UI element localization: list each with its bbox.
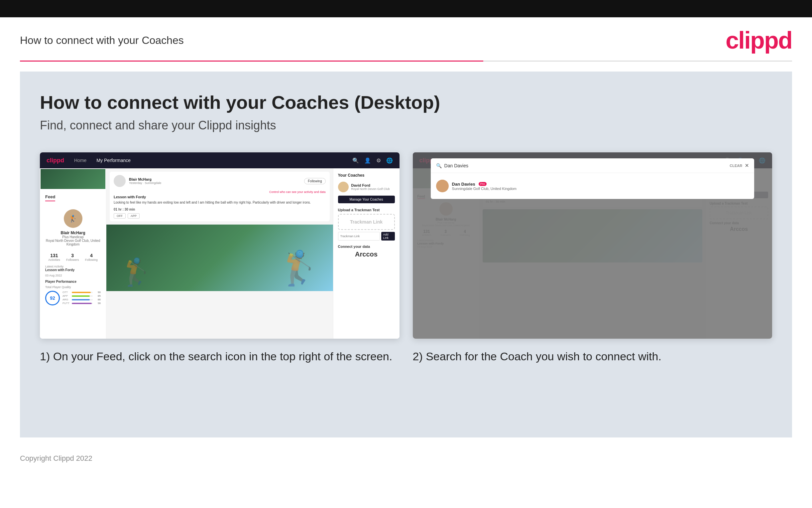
- profile-name-1: Blair McHarg: [45, 230, 101, 235]
- screenshot-col-2: clippd Home My Performance 🔍 👤 ⚙ 🌐 Feed: [413, 153, 772, 365]
- app-logo-1: clippd: [47, 157, 64, 164]
- stat-following: 4 Following: [85, 253, 98, 261]
- app-navbar-1: clippd Home My Performance 🔍 👤 ⚙ 🌐: [40, 153, 399, 168]
- post-title-1: Lesson with Fordy: [110, 195, 330, 200]
- feed-post-header-1: Blair McHarg Yesterday · Sunningdale Fol…: [110, 172, 330, 190]
- arccos-logo-1: Arccos: [338, 251, 395, 258]
- nav-home-1[interactable]: Home: [74, 158, 86, 163]
- latest-activity-name: Lesson with Fordy: [45, 268, 101, 272]
- section-title: How to connect with your Coaches (Deskto…: [40, 91, 772, 113]
- profile-location-1: Royal North Devon Golf Club, United King…: [45, 239, 101, 246]
- perf-bar-app: APP 85: [62, 294, 101, 297]
- coach-item-1: David Ford Royal North Devon Golf Club: [338, 182, 395, 192]
- perf-bar-arg-track: [72, 299, 93, 300]
- section-subtitle: Find, connect and share your Clippd insi…: [40, 119, 772, 132]
- post-actions-1: OFF APP: [110, 213, 330, 221]
- screenshot-mockup-1: clippd Home My Performance 🔍 👤 ⚙ 🌐 Feed: [40, 153, 399, 339]
- app-content-1: Feed 🏌️ Blair McHarg Plus Handicap Royal…: [40, 168, 399, 339]
- trackman-box-1: Trackman Link: [338, 214, 395, 230]
- trackman-text-1: Trackman Link: [343, 219, 389, 224]
- feed-tab[interactable]: Feed: [45, 194, 55, 201]
- search-results: Dan Davies Pro Sunningdale Golf Club, Un…: [431, 173, 754, 199]
- coach-club-1: Royal North Devon Golf Club: [351, 187, 390, 190]
- footer: Copyright Clippd 2022: [0, 448, 812, 469]
- stats-row-1: 131 Activities 3 Followers 4 Following: [45, 253, 101, 261]
- perf-bar-arg: ARG 86: [62, 298, 101, 301]
- result-name-1: Dan Davies: [452, 182, 475, 186]
- coaches-title-1: Your Coaches: [338, 173, 395, 178]
- perf-bar-app-label: APP: [62, 294, 70, 297]
- settings-icon[interactable]: ⚙: [376, 157, 381, 164]
- perf-bar-ott-track: [72, 292, 93, 293]
- main-feed-1: Blair McHarg Yesterday · Sunningdale Fol…: [106, 168, 333, 339]
- copyright: Copyright Clippd 2022: [20, 454, 92, 462]
- profile-area: 🏌️ Blair McHarg Plus Handicap Royal Nort…: [45, 206, 101, 250]
- header-divider: [20, 60, 792, 61]
- avatar-icon[interactable]: 🌐: [386, 157, 393, 164]
- perf-bar-ott-label: OTT: [62, 291, 70, 294]
- search-input-value[interactable]: Dan Davies: [444, 163, 727, 168]
- post-meta-1: Blair McHarg Yesterday · Sunningdale: [129, 177, 301, 185]
- stat-following-label: Following: [85, 258, 98, 261]
- post-action-off[interactable]: OFF: [114, 213, 126, 219]
- trackman-section-1: Upload a Trackman Test Trackman Link Add…: [338, 208, 395, 241]
- perf-bar-putt: PUTT 96: [62, 302, 101, 305]
- result-avatar-1: [436, 180, 449, 192]
- manage-coaches-btn-1[interactable]: Manage Your Coaches: [338, 196, 395, 203]
- golfer-silhouette-1: 🏌: [278, 249, 320, 288]
- perf-bars-1: OTT 90 APP 85: [62, 291, 101, 305]
- control-link-1[interactable]: Control who can see your activity and da…: [110, 190, 330, 195]
- perf-sub-1: Total Player Quality: [45, 286, 101, 289]
- perf-bar-arg-val: 86: [94, 298, 101, 301]
- avatar-1: 🏌️: [64, 209, 83, 228]
- result-club-1: Sunningdale Golf Club, United Kingdom: [452, 186, 517, 190]
- add-link-btn-1[interactable]: Add Link: [381, 232, 395, 241]
- trackman-input-1[interactable]: [338, 232, 380, 241]
- clear-button[interactable]: CLEAR: [729, 164, 742, 168]
- quality-score-1: 92: [45, 291, 60, 305]
- result-info-1: Dan Davies Pro Sunningdale Golf Club, Un…: [452, 182, 517, 190]
- perf-bar-ott: OTT 90: [62, 291, 101, 294]
- search-bar-icon: 🔍: [436, 163, 442, 168]
- search-icon[interactable]: 🔍: [352, 157, 359, 164]
- left-panel-1: Feed 🏌️ Blair McHarg Plus Handicap Royal…: [40, 168, 106, 339]
- stat-following-num: 4: [85, 253, 98, 258]
- following-btn-1[interactable]: Following: [304, 178, 325, 184]
- screenshot-mockup-2: clippd Home My Performance 🔍 👤 ⚙ 🌐 Feed: [413, 153, 772, 339]
- close-button[interactable]: ×: [745, 162, 749, 169]
- clippd-logo: clippd: [726, 27, 792, 54]
- right-panel-1: Your Coaches David Ford Royal North Devo…: [333, 168, 399, 339]
- screenshots-row: clippd Home My Performance 🔍 👤 ⚙ 🌐 Feed: [40, 153, 772, 365]
- post-image-1: 🏌 🏌️: [106, 224, 333, 291]
- nav-icons-1: 🔍 👤 ⚙ 🌐: [352, 157, 393, 164]
- golfer-silhouette-2: 🏌️: [120, 256, 153, 288]
- post-action-app[interactable]: APP: [128, 213, 140, 219]
- latest-activity-date: 03 Aug 2022: [45, 274, 101, 277]
- quality-row-1: 92 OTT 90 APP: [45, 291, 101, 305]
- caption-2: 2) Search for the Coach you wish to conn…: [413, 349, 772, 365]
- perf-bar-app-val: 85: [94, 294, 101, 297]
- result-badge-1: Pro: [479, 182, 487, 186]
- perf-bar-putt-label: PUTT: [62, 302, 70, 305]
- caption-1: 1) On your Feed, click on the search ico…: [40, 349, 399, 365]
- top-bar: [0, 0, 812, 17]
- perf-section-1: Player Performance Total Player Quality …: [45, 280, 101, 305]
- page-title: How to connect with your Coaches: [20, 34, 184, 47]
- feed-post-1: Blair McHarg Yesterday · Sunningdale Fol…: [110, 172, 330, 221]
- post-text-1: Looking to feel like my hands are exitin…: [110, 200, 330, 208]
- latest-activity-label: Latest Activity: [45, 265, 101, 268]
- post-sub-1: Yesterday · Sunningdale: [129, 181, 301, 185]
- search-result-1[interactable]: Dan Davies Pro Sunningdale Golf Club, Un…: [436, 177, 749, 195]
- connect-data-label-1: Connect your data: [338, 245, 395, 249]
- stat-followers: 3 Followers: [66, 253, 79, 261]
- trackman-input-row-1: Add Link: [338, 232, 395, 241]
- coach-info-1: David Ford Royal North Devon Golf Club: [351, 183, 390, 190]
- user-icon[interactable]: 👤: [364, 157, 371, 164]
- post-avatar-1: [114, 175, 126, 187]
- trackman-label-1: Upload a Trackman Test: [338, 208, 395, 212]
- header: How to connect with your Coaches clippd: [0, 17, 812, 60]
- profile-handicap-1: Plus Handicap: [45, 235, 101, 239]
- profile-bg: [41, 169, 105, 189]
- perf-bar-putt-track: [72, 303, 93, 304]
- nav-performance-1[interactable]: My Performance: [96, 158, 131, 163]
